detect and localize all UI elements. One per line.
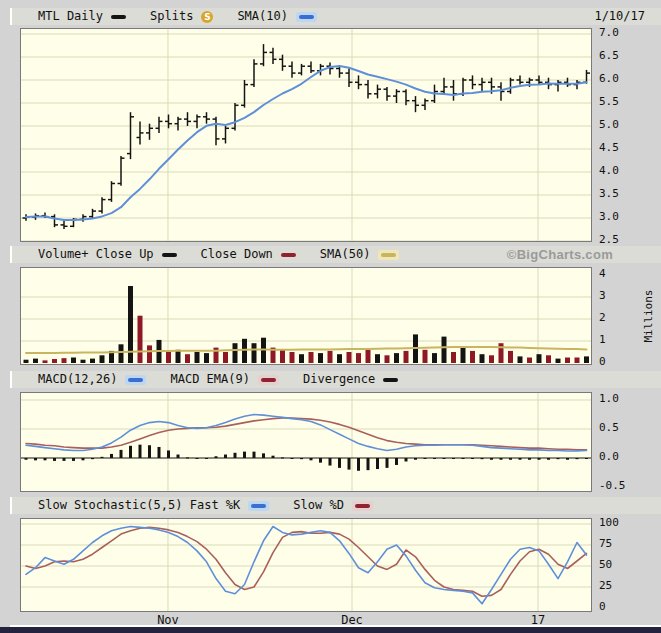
macd-chart-svg (21, 393, 591, 491)
macd-ema-line-swatch (261, 378, 276, 382)
y-tick-label: 4 (599, 267, 645, 281)
y-tick-label: 1 (599, 333, 645, 347)
fast-k-line-swatch (251, 504, 266, 508)
y-tick-label: 7.0 (599, 26, 645, 40)
legend-item-close-up: Volume+ Close Up (38, 246, 177, 263)
y-tick-label: -0.5 (599, 479, 645, 493)
legend-item-macd-ema: MACD EMA(9) (170, 371, 278, 388)
divergence-label: Divergence (303, 371, 375, 388)
bottom-frame-bar (0, 627, 661, 633)
y-tick-label: 0 (599, 355, 645, 369)
sma10-label: SMA(10) (237, 8, 288, 25)
stochastic-panel (20, 518, 592, 612)
y-tick-label: 2.5 (599, 233, 645, 247)
slow-d-line-swatch (355, 504, 370, 508)
y-tick-label: 50 (599, 558, 645, 572)
y-tick-label: 6.5 (599, 49, 645, 63)
sma10-line-swatch (299, 15, 314, 19)
macd-legend-bar: MACD(12,26) MACD EMA(9) Divergence (10, 371, 661, 388)
macd-swatch-icon (125, 375, 146, 385)
volume-legend-bar: Volume+ Close Up Close Down SMA(50) ©Big… (10, 246, 661, 263)
legend-item-sma10: SMA(10) (237, 8, 317, 25)
y-tick-label: 0 (599, 600, 645, 614)
close-up-label: Volume+ Close Up (38, 246, 154, 263)
y-tick-label: 0.0 (599, 450, 645, 464)
sma10-swatch-icon (296, 12, 317, 22)
fast-k-swatch-icon (248, 501, 269, 511)
bigcharts-brand-link[interactable]: ©BigCharts.com (507, 246, 661, 263)
y-tick-label: 2 (599, 311, 645, 325)
volume-chart-svg (21, 268, 591, 364)
sma50-label: SMA(50) (320, 246, 371, 263)
y-tick-label: 3 (599, 289, 645, 303)
price-legend-bar: MTL Daily Splits S SMA(10) 1/10/17 (10, 8, 661, 25)
legend-item-divergence: Divergence (303, 371, 398, 388)
macd-ema-label: MACD EMA(9) (170, 371, 249, 388)
legend-item-symbol: MTL Daily (38, 8, 126, 25)
y-tick-label: 25 (599, 579, 645, 593)
bigcharts-quote-chart: MTL Daily Splits S SMA(10) 1/10/17 Volum… (0, 0, 661, 633)
legend-item-fast-k: Slow Stochastic(5,5) Fast %K (38, 497, 269, 514)
stochastic-chart-svg (21, 519, 591, 611)
close-down-swatch-icon (281, 253, 296, 257)
divergence-swatch-icon (383, 378, 398, 382)
price-panel (20, 28, 592, 242)
macd-line-swatch (128, 378, 143, 382)
sma50-swatch-icon (378, 250, 399, 260)
price-series-swatch-icon (111, 15, 126, 19)
y-tick-label: 3.0 (599, 210, 645, 224)
macd-label: MACD(12,26) (38, 371, 117, 388)
splits-label: Splits (150, 8, 193, 25)
symbol-period-label: MTL Daily (38, 8, 103, 25)
y-tick-label: 6.0 (599, 72, 645, 86)
macd-ema-swatch-icon (258, 375, 279, 385)
legend-item-close-down: Close Down (201, 246, 296, 263)
y-tick-label: 5.5 (599, 95, 645, 109)
close-up-swatch-icon (162, 253, 177, 257)
legend-item-splits: Splits S (150, 8, 213, 25)
y-tick-label: 0.5 (599, 421, 645, 435)
volume-panel (20, 267, 592, 365)
y-tick-label: 4.0 (599, 164, 645, 178)
close-down-label: Close Down (201, 246, 273, 263)
chart-date-label: 1/10/17 (594, 8, 661, 25)
y-tick-label: 5.0 (599, 118, 645, 132)
legend-item-slow-d: Slow %D (293, 497, 373, 514)
y-tick-label: 1.0 (599, 392, 645, 406)
y-tick-label: 100 (599, 516, 645, 530)
y-tick-label: 3.5 (599, 187, 645, 201)
slow-d-label: Slow %D (293, 497, 344, 514)
fast-k-label: Slow Stochastic(5,5) Fast %K (38, 497, 240, 514)
legend-item-macd: MACD(12,26) (38, 371, 146, 388)
y-tick-label: 4.5 (599, 141, 645, 155)
sma50-line-swatch (381, 253, 396, 257)
stochastic-legend-bar: Slow Stochastic(5,5) Fast %K Slow %D (10, 497, 661, 514)
legend-item-sma50: SMA(50) (320, 246, 400, 263)
slow-d-swatch-icon (352, 501, 373, 511)
y-tick-label: 75 (599, 537, 645, 551)
price-chart-svg (21, 29, 591, 241)
splits-badge-icon: S (201, 11, 213, 23)
macd-panel (20, 392, 592, 492)
